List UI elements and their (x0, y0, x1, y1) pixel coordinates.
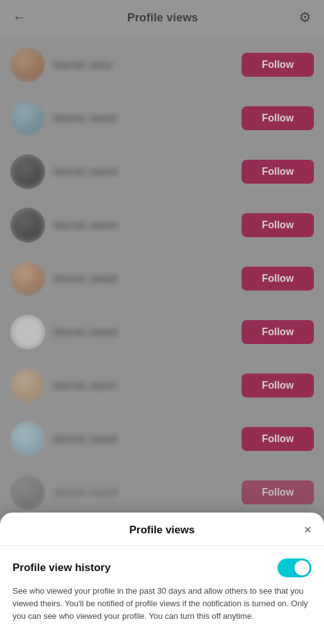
list-item: blurred_name8 Follow (0, 412, 324, 465)
avatar (10, 261, 45, 296)
avatar (10, 421, 45, 457)
follow-button[interactable]: Follow (242, 213, 314, 237)
avatar (10, 475, 45, 510)
list-item: blurred_name7 Follow (0, 358, 324, 412)
sheet-content: Profile view history See who viewed your… (0, 546, 324, 629)
username-label: blurred_name9 (54, 487, 242, 497)
sheet-header: Profile views × (0, 513, 324, 546)
follow-button[interactable]: Follow (242, 160, 314, 184)
list-item: blurred_name6 Follow (0, 305, 324, 358)
toggle-row: Profile view history (13, 558, 311, 577)
sheet-title: Profile views (130, 524, 195, 536)
follow-button[interactable]: Follow (242, 427, 314, 451)
list-item: blurred_name Follow (0, 38, 324, 91)
follow-button[interactable]: Follow (242, 480, 314, 504)
sheet-description: See who viewed your profile in the past … (13, 585, 311, 623)
settings-icon[interactable]: ⚙ (299, 9, 311, 26)
list-item: blurred_name3 Follow (0, 145, 324, 198)
toggle-knob (294, 560, 310, 575)
follow-button[interactable]: Follow (242, 106, 314, 130)
profile-view-history-toggle[interactable] (277, 558, 311, 577)
username-label: blurred_name5 (54, 274, 242, 284)
username-label: blurred_name (54, 60, 242, 70)
follow-button[interactable]: Follow (242, 53, 314, 77)
list-item: blurred_name4 Follow (0, 198, 324, 252)
username-label: blurred_name8 (54, 434, 242, 444)
toggle-label: Profile view history (13, 562, 111, 574)
list-item: blurred_name2 Follow (0, 91, 324, 145)
user-list: blurred_name Follow blurred_name2 Follow… (0, 35, 324, 521)
username-label: blurred_name4 (54, 220, 242, 230)
follow-button[interactable]: Follow (242, 320, 314, 344)
page-title: Profile views (127, 11, 198, 25)
main-area: ← Profile views ⚙ blurred_name Follow bl… (0, 0, 324, 644)
bottom-sheet: Profile views × Profile view history See… (0, 513, 324, 644)
avatar (10, 368, 45, 403)
header: ← Profile views ⚙ (0, 0, 324, 35)
username-label: blurred_name6 (54, 327, 242, 337)
avatar (10, 208, 45, 243)
list-item: blurred_name9 Follow (0, 465, 324, 519)
avatar (10, 47, 45, 82)
follow-button[interactable]: Follow (242, 267, 314, 291)
avatar (10, 314, 45, 350)
username-label: blurred_name3 (54, 167, 242, 177)
username-label: blurred_name2 (54, 113, 242, 123)
list-item: blurred_name5 Follow (0, 252, 324, 305)
close-button[interactable]: × (304, 523, 311, 537)
back-button[interactable]: ← (13, 9, 26, 26)
username-label: blurred_name7 (54, 380, 242, 391)
follow-button[interactable]: Follow (242, 374, 314, 397)
avatar (10, 101, 45, 136)
avatar (10, 154, 45, 189)
